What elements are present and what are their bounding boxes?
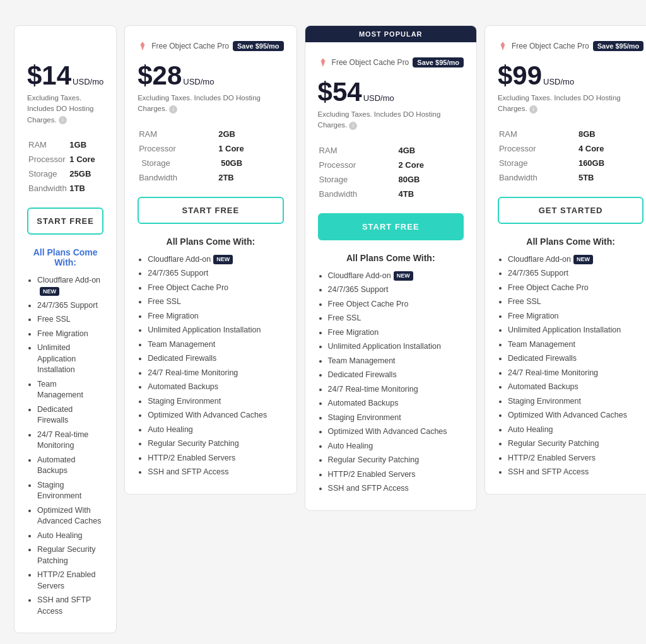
feature-item: Team Management (508, 339, 643, 351)
feature-item: Unlimited Application Installation (508, 325, 643, 336)
spec-label: RAM (499, 127, 577, 141)
cta-button[interactable]: START FREE (27, 208, 103, 235)
cta-button[interactable]: START FREE (138, 197, 283, 224)
promo-row: Free Object Cache Pro Save $95/mo (498, 38, 643, 54)
spec-label: RAM (28, 138, 68, 151)
specs-table: RAM 4GB Processor 2 Core Storage 80GB Ba… (318, 143, 464, 202)
spec-value: 80GB (399, 173, 462, 186)
spec-value: 1 Core (218, 142, 282, 155)
plan-card-plan-pro: Free Object Cache Pro Save $95/mo $99 US… (484, 25, 646, 495)
feature-item: Auto Healing (508, 424, 643, 436)
new-badge: NEW (213, 255, 233, 264)
feature-item: Staging Environment (148, 396, 283, 407)
feature-item: Cloudflare Add-onNEW (328, 271, 464, 282)
spec-label: Bandwidth (319, 187, 397, 201)
plans-title: All Plans Come With: (498, 237, 643, 247)
promo-label: Free Object Cache Pro (332, 58, 409, 67)
diamond-icon (498, 41, 508, 51)
feature-item: Optimized With Advanced Caches (148, 410, 283, 421)
spec-value: 4GB (399, 144, 462, 157)
promo-row-empty (27, 38, 103, 54)
feature-item: 24/7 Real-time Monitoring (148, 368, 283, 379)
feature-item: HTTP/2 Enabled Servers (148, 453, 283, 464)
spec-label: Processor (319, 158, 397, 172)
spec-row-storage-highlight: Storage 50GB (139, 156, 282, 170)
feature-item: Free Object Cache Pro (328, 299, 464, 310)
price-note: Excluding Taxes. Includes DO Hosting Cha… (318, 109, 464, 131)
cards-container: $14 USD/mo Excluding Taxes. Includes DO … (14, 25, 632, 633)
price-note: Excluding Taxes. Includes DO Hosting Cha… (27, 93, 103, 126)
feature-item: Team Management (328, 356, 464, 367)
feature-item: Dedicated Firewalls (508, 353, 643, 365)
spec-row: RAM 1GB (28, 138, 102, 151)
feature-item: Free Object Cache Pro (148, 283, 283, 294)
spec-row: Bandwidth 1TB (28, 182, 102, 195)
promo-label: Free Object Cache Pro (512, 42, 589, 50)
feature-item: Auto Healing (328, 441, 464, 452)
info-icon[interactable]: i (59, 116, 67, 124)
feature-item: HTTP/2 Enabled Servers (37, 570, 103, 592)
feature-item: Regular Security Patching (37, 544, 103, 566)
spec-row: RAM 2GB (139, 127, 282, 141)
spec-value: 2TB (218, 171, 282, 184)
feature-item: Staging Environment (328, 413, 464, 424)
price-row: $14 USD/mo (27, 62, 103, 89)
spec-row: Processor 1 Core (139, 142, 282, 155)
feature-item: Automated Backups (37, 455, 103, 477)
feature-item: Regular Security Patching (328, 455, 464, 466)
info-icon[interactable]: i (169, 105, 177, 114)
feature-item: Automated Backups (148, 382, 283, 393)
feature-item: Free Migration (148, 311, 283, 322)
feature-item: Dedicated Firewalls (328, 370, 464, 381)
feature-item: Unlimited Application Installation (37, 342, 103, 376)
spec-value: 8GB (578, 127, 642, 141)
feature-item: 24/7 Real-time Monitoring (328, 384, 464, 395)
feature-item: Dedicated Firewalls (148, 353, 283, 365)
price-period: USD/mo (73, 77, 103, 86)
spec-value: 50GB (218, 156, 282, 170)
price-note: Excluding Taxes. Includes DO Hosting Cha… (138, 93, 283, 115)
feature-item: 24/7/365 Support (508, 268, 643, 279)
feature-item: Free SSL (508, 296, 643, 308)
info-icon[interactable]: i (529, 105, 537, 114)
feature-item: 24/7 Real-time Monitoring (37, 430, 103, 452)
feature-item: 24/7/365 Support (328, 284, 464, 296)
feature-item: 24/7/365 Support (148, 268, 283, 279)
feature-item: Staging Environment (508, 396, 643, 407)
features-list: Cloudflare Add-onNEW24/7/365 SupportFree… (27, 275, 103, 618)
spec-row: Bandwidth 4TB (319, 187, 462, 201)
price-row: $28 USD/mo (138, 62, 283, 89)
feature-item: HTTP/2 Enabled Servers (508, 453, 643, 464)
promo-row: Free Object Cache Pro Save $95/mo (318, 55, 464, 70)
spec-label: Bandwidth (139, 171, 217, 184)
spec-value: 160GB (578, 156, 642, 170)
feature-item: Dedicated Firewalls (37, 404, 103, 426)
spec-value: 2 Core (399, 158, 462, 172)
new-badge: NEW (40, 287, 59, 296)
save-badge: Save $95/mo (233, 41, 284, 51)
info-icon[interactable]: i (349, 122, 357, 130)
cta-button[interactable]: GET STARTED (498, 197, 643, 224)
feature-item: Auto Healing (148, 424, 283, 436)
feature-item: Auto Healing (37, 530, 103, 542)
spec-value: 4 Core (578, 142, 642, 155)
plan-card-plan-popular: MOST POPULAR Free Object Cache Pro Save … (305, 25, 477, 511)
price-period: USD/mo (363, 93, 394, 103)
price-amount: $14 (27, 62, 71, 89)
spec-label: Storage (28, 167, 68, 180)
new-badge: NEW (573, 255, 593, 264)
feature-item: Free SSL (148, 296, 283, 308)
spec-row: Storage 80GB (319, 173, 462, 186)
cta-button[interactable]: START FREE (318, 213, 464, 240)
spec-row: Processor 1 Core (28, 153, 102, 166)
feature-item: Free Migration (328, 327, 464, 339)
promo-label: Free Object Cache Pro (151, 42, 229, 50)
feature-item: Automated Backups (508, 382, 643, 393)
feature-item: Cloudflare Add-onNEW (148, 254, 283, 266)
spec-row: RAM 4GB (319, 144, 462, 157)
spec-label: Bandwidth (499, 171, 577, 184)
spec-row: Processor 4 Core (499, 142, 642, 155)
spec-label: Processor (139, 142, 217, 155)
feature-item: Unlimited Application Installation (148, 325, 283, 336)
feature-item: SSH and SFTP Access (328, 483, 464, 495)
